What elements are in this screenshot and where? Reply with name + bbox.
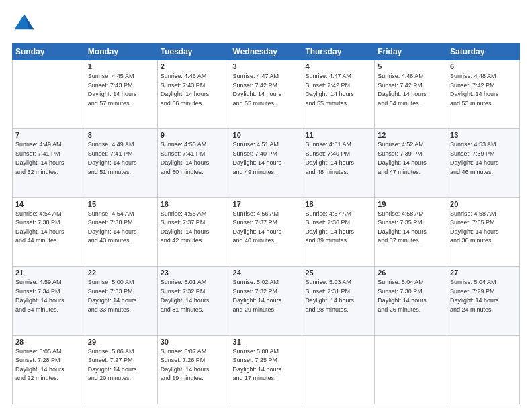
day-cell: 30Sunrise: 5:07 AMSunset: 7:26 PMDayligh…: [157, 335, 230, 404]
weekday-header-wednesday: Wednesday: [230, 44, 302, 60]
week-row-5: 28Sunrise: 5:05 AMSunset: 7:28 PMDayligh…: [13, 335, 520, 404]
day-cell: [447, 335, 520, 404]
day-cell: 3Sunrise: 4:47 AMSunset: 7:42 PMDaylight…: [230, 60, 302, 129]
day-cell: 21Sunrise: 4:59 AMSunset: 7:34 PMDayligh…: [13, 267, 85, 335]
day-info: Sunrise: 4:51 AMSunset: 7:40 PMDaylight:…: [305, 140, 371, 177]
logo: [12, 12, 39, 36]
day-number: 14: [15, 200, 82, 208]
day-cell: 2Sunrise: 4:46 AMSunset: 7:43 PMDaylight…: [157, 60, 230, 129]
day-cell: 27Sunrise: 5:04 AMSunset: 7:29 PMDayligh…: [447, 267, 520, 335]
day-cell: 16Sunrise: 4:55 AMSunset: 7:37 PMDayligh…: [157, 197, 230, 266]
day-info: Sunrise: 4:48 AMSunset: 7:42 PMDaylight:…: [378, 72, 444, 108]
day-info: Sunrise: 5:05 AMSunset: 7:28 PMDaylight:…: [15, 347, 82, 383]
day-number: 11: [305, 131, 371, 139]
day-number: 3: [233, 62, 300, 71]
header: [12, 12, 520, 36]
calendar: SundayMondayTuesdayWednesdayThursdayFrid…: [12, 43, 520, 404]
day-info: Sunrise: 4:48 AMSunset: 7:42 PMDaylight:…: [450, 72, 517, 108]
day-number: 15: [88, 200, 154, 208]
weekday-header-tuesday: Tuesday: [157, 44, 230, 60]
day-number: 2: [161, 62, 227, 71]
day-info: Sunrise: 4:45 AMSunset: 7:43 PMDaylight:…: [88, 72, 154, 108]
day-cell: 20Sunrise: 4:58 AMSunset: 7:35 PMDayligh…: [447, 197, 520, 266]
day-number: 19: [378, 200, 444, 208]
day-cell: 26Sunrise: 5:04 AMSunset: 7:30 PMDayligh…: [375, 267, 447, 335]
day-info: Sunrise: 5:07 AMSunset: 7:26 PMDaylight:…: [161, 347, 227, 383]
week-row-3: 14Sunrise: 4:54 AMSunset: 7:38 PMDayligh…: [13, 197, 520, 266]
day-cell: 15Sunrise: 4:54 AMSunset: 7:38 PMDayligh…: [85, 197, 157, 266]
day-info: Sunrise: 4:46 AMSunset: 7:43 PMDaylight:…: [161, 72, 227, 108]
day-cell: 14Sunrise: 4:54 AMSunset: 7:38 PMDayligh…: [13, 197, 85, 266]
day-number: 26: [378, 269, 444, 277]
day-number: 6: [450, 62, 517, 71]
day-info: Sunrise: 4:51 AMSunset: 7:40 PMDaylight:…: [233, 140, 300, 177]
day-info: Sunrise: 4:57 AMSunset: 7:36 PMDaylight:…: [305, 210, 371, 246]
day-cell: 13Sunrise: 4:53 AMSunset: 7:39 PMDayligh…: [447, 129, 520, 197]
weekday-header-sunday: Sunday: [13, 44, 85, 60]
day-number: 13: [450, 131, 517, 139]
day-info: Sunrise: 5:06 AMSunset: 7:27 PMDaylight:…: [88, 347, 154, 383]
day-cell: 18Sunrise: 4:57 AMSunset: 7:36 PMDayligh…: [302, 197, 375, 266]
day-number: 29: [88, 338, 154, 346]
day-cell: 8Sunrise: 4:49 AMSunset: 7:41 PMDaylight…: [85, 129, 157, 197]
day-cell: 28Sunrise: 5:05 AMSunset: 7:28 PMDayligh…: [13, 335, 85, 404]
day-info: Sunrise: 4:58 AMSunset: 7:35 PMDaylight:…: [450, 210, 517, 246]
day-info: Sunrise: 4:52 AMSunset: 7:39 PMDaylight:…: [378, 140, 444, 177]
day-cell: 5Sunrise: 4:48 AMSunset: 7:42 PMDaylight…: [375, 60, 447, 129]
day-cell: 19Sunrise: 4:58 AMSunset: 7:35 PMDayligh…: [375, 197, 447, 266]
day-number: 18: [305, 200, 371, 208]
day-info: Sunrise: 4:59 AMSunset: 7:34 PMDaylight:…: [15, 278, 82, 314]
day-info: Sunrise: 4:54 AMSunset: 7:38 PMDaylight:…: [88, 210, 154, 246]
day-number: 16: [161, 200, 227, 208]
day-number: 9: [161, 131, 227, 139]
day-number: 31: [233, 338, 300, 346]
day-cell: [13, 60, 85, 129]
day-cell: [302, 335, 375, 404]
day-cell: 4Sunrise: 4:47 AMSunset: 7:42 PMDaylight…: [302, 60, 375, 129]
weekday-header-monday: Monday: [85, 44, 157, 60]
day-number: 12: [378, 131, 444, 139]
week-row-2: 7Sunrise: 4:49 AMSunset: 7:41 PMDaylight…: [13, 129, 520, 197]
day-cell: 23Sunrise: 5:01 AMSunset: 7:32 PMDayligh…: [157, 267, 230, 335]
day-number: 24: [233, 269, 300, 277]
day-cell: 11Sunrise: 4:51 AMSunset: 7:40 PMDayligh…: [302, 129, 375, 197]
day-cell: 31Sunrise: 5:08 AMSunset: 7:25 PMDayligh…: [230, 335, 302, 404]
day-cell: 10Sunrise: 4:51 AMSunset: 7:40 PMDayligh…: [230, 129, 302, 197]
day-cell: 17Sunrise: 4:56 AMSunset: 7:37 PMDayligh…: [230, 197, 302, 266]
day-cell: 1Sunrise: 4:45 AMSunset: 7:43 PMDaylight…: [85, 60, 157, 129]
day-cell: 29Sunrise: 5:06 AMSunset: 7:27 PMDayligh…: [85, 335, 157, 404]
day-cell: 9Sunrise: 4:50 AMSunset: 7:41 PMDaylight…: [157, 129, 230, 197]
day-number: 7: [15, 131, 82, 139]
day-info: Sunrise: 4:54 AMSunset: 7:38 PMDaylight:…: [15, 210, 82, 246]
day-info: Sunrise: 4:47 AMSunset: 7:42 PMDaylight:…: [305, 72, 371, 108]
day-number: 27: [450, 269, 517, 277]
day-number: 30: [161, 338, 227, 346]
day-info: Sunrise: 5:03 AMSunset: 7:31 PMDaylight:…: [305, 278, 371, 314]
day-info: Sunrise: 4:47 AMSunset: 7:42 PMDaylight:…: [233, 72, 300, 108]
day-number: 1: [88, 62, 154, 71]
weekday-header-row: SundayMondayTuesdayWednesdayThursdayFrid…: [13, 44, 520, 60]
day-info: Sunrise: 5:01 AMSunset: 7:32 PMDaylight:…: [161, 278, 227, 314]
weekday-header-friday: Friday: [375, 44, 447, 60]
weekday-header-saturday: Saturday: [447, 44, 520, 60]
day-number: 10: [233, 131, 300, 139]
day-number: 8: [88, 131, 154, 139]
day-number: 22: [88, 269, 154, 277]
day-number: 23: [161, 269, 227, 277]
day-info: Sunrise: 4:50 AMSunset: 7:41 PMDaylight:…: [161, 140, 227, 177]
day-info: Sunrise: 5:08 AMSunset: 7:25 PMDaylight:…: [233, 347, 300, 383]
day-cell: 22Sunrise: 5:00 AMSunset: 7:33 PMDayligh…: [85, 267, 157, 335]
weekday-header-thursday: Thursday: [302, 44, 375, 60]
day-cell: 6Sunrise: 4:48 AMSunset: 7:42 PMDaylight…: [447, 60, 520, 129]
day-info: Sunrise: 4:49 AMSunset: 7:41 PMDaylight:…: [15, 140, 82, 177]
day-info: Sunrise: 4:53 AMSunset: 7:39 PMDaylight:…: [450, 140, 517, 177]
day-cell: 12Sunrise: 4:52 AMSunset: 7:39 PMDayligh…: [375, 129, 447, 197]
week-row-1: 1Sunrise: 4:45 AMSunset: 7:43 PMDaylight…: [13, 60, 520, 129]
day-cell: 24Sunrise: 5:02 AMSunset: 7:32 PMDayligh…: [230, 267, 302, 335]
day-info: Sunrise: 4:58 AMSunset: 7:35 PMDaylight:…: [378, 210, 444, 246]
day-cell: 25Sunrise: 5:03 AMSunset: 7:31 PMDayligh…: [302, 267, 375, 335]
day-info: Sunrise: 4:55 AMSunset: 7:37 PMDaylight:…: [161, 210, 227, 246]
logo-icon: [12, 12, 36, 36]
week-row-4: 21Sunrise: 4:59 AMSunset: 7:34 PMDayligh…: [13, 267, 520, 335]
day-info: Sunrise: 5:02 AMSunset: 7:32 PMDaylight:…: [233, 278, 300, 314]
